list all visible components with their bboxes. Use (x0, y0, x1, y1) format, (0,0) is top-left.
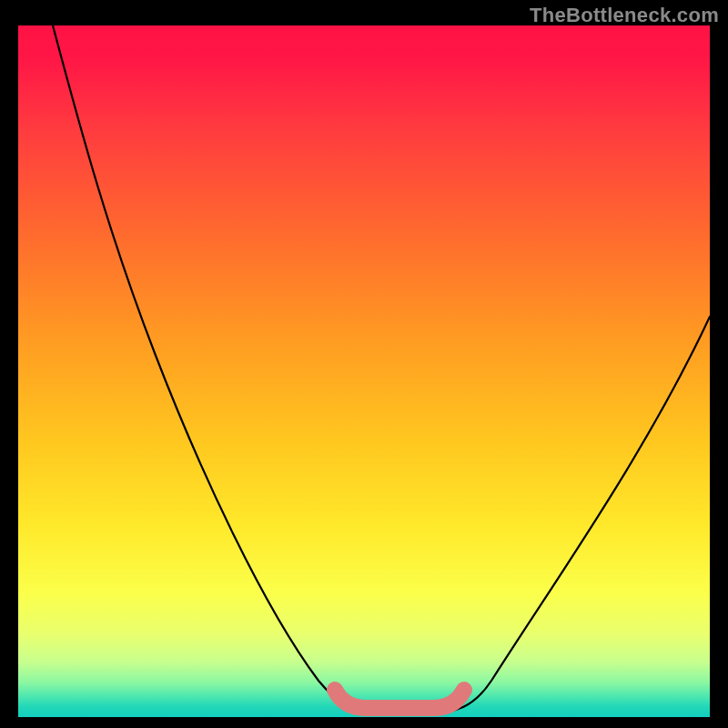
chart-stage: TheBottleneck.com (0, 0, 728, 728)
watermark-text: TheBottleneck.com (530, 4, 719, 27)
bottleneck-curve (53, 25, 710, 713)
plot-area (18, 25, 710, 717)
valley-highlight (335, 690, 464, 708)
curve-layer (18, 25, 710, 717)
